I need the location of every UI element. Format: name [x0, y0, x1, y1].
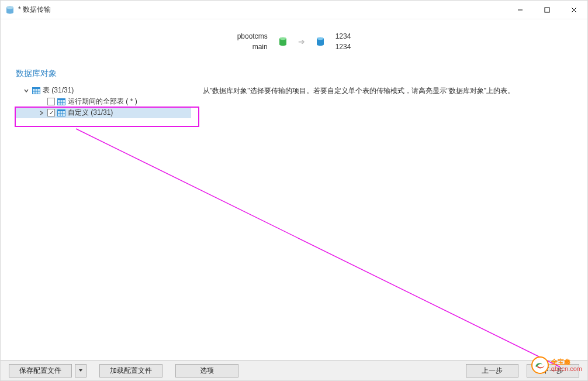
- hint-text: 从"数据库对象"选择要传输的项目。若要自定义单个表的传输模式，请高亮显示"数据库…: [203, 85, 514, 360]
- svg-point-1: [6, 6, 13, 9]
- tree-item-custom[interactable]: 自定义 (31/31): [15, 107, 191, 118]
- source-connection-label: pbootcms: [237, 32, 268, 40]
- arrow-right-icon: ➔: [298, 37, 305, 46]
- footer-toolbar: 保存配置文件 加载配置文件 选项 上一步 下一步: [1, 360, 587, 380]
- tree-root-label: 表 (31/31): [43, 85, 74, 95]
- chevron-down-icon[interactable]: [23, 87, 30, 94]
- app-icon: [5, 5, 15, 15]
- tree-all-tables-label: 运行期间的全部表 ( * ): [68, 97, 137, 107]
- maximize-button[interactable]: [534, 1, 561, 19]
- checkbox-custom[interactable]: [47, 109, 55, 116]
- tree-item-all-tables[interactable]: 运行期间的全部表 ( * ): [15, 96, 191, 107]
- database-icon-target: [316, 37, 325, 46]
- table-icon: [32, 87, 40, 94]
- table-icon: [57, 98, 65, 105]
- checkbox-all-tables[interactable]: [47, 98, 55, 105]
- table-icon: [57, 109, 65, 116]
- prev-button[interactable]: 上一步: [466, 364, 518, 377]
- spacer: [38, 98, 45, 105]
- transfer-summary: pbootcms main ➔ 1234 1234: [1, 19, 587, 68]
- target-connection-label: 1234: [335, 32, 351, 40]
- database-icon-source: [278, 37, 288, 46]
- save-profile-dropdown[interactable]: [75, 364, 87, 377]
- next-button[interactable]: 下一步: [527, 364, 579, 377]
- svg-rect-3: [545, 8, 549, 12]
- tree-root-tables[interactable]: 表 (31/31): [15, 85, 191, 96]
- load-profile-button[interactable]: 加载配置文件: [99, 364, 162, 377]
- source-schema-label: main: [237, 43, 268, 51]
- options-button[interactable]: 选项: [175, 364, 238, 377]
- window-title: * 数据传输: [18, 5, 51, 15]
- object-tree: 表 (31/31) 运行期间的全部表 ( * ): [15, 85, 191, 360]
- svg-point-9: [317, 37, 324, 40]
- titlebar: * 数据传输: [1, 1, 587, 19]
- tree-custom-label: 自定义 (31/31): [68, 108, 113, 118]
- target-schema-label: 1234: [335, 43, 351, 51]
- close-button[interactable]: [561, 1, 587, 19]
- section-title: 数据库对象: [1, 68, 587, 85]
- minimize-button[interactable]: [507, 1, 534, 19]
- chevron-right-icon[interactable]: [38, 109, 45, 116]
- svg-point-7: [279, 37, 286, 40]
- save-profile-button[interactable]: 保存配置文件: [9, 364, 72, 377]
